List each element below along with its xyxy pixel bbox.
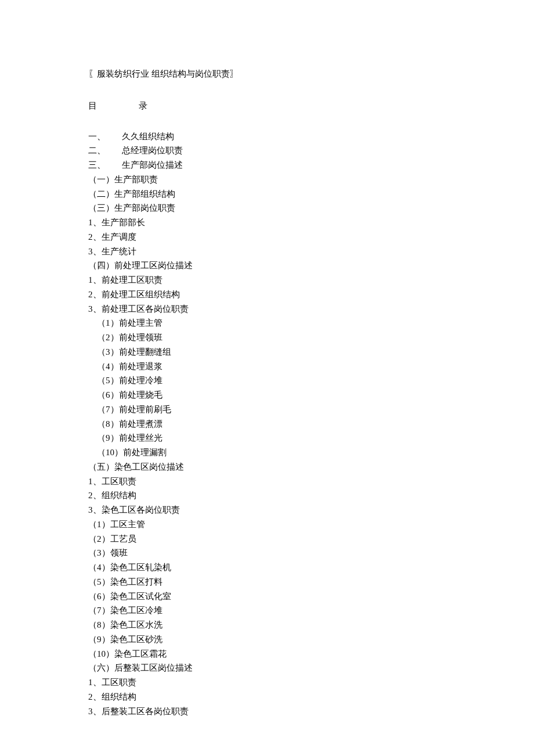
toc-item: 二、总经理岗位职责 bbox=[88, 143, 534, 158]
toc-item-label: 总经理岗位职责 bbox=[122, 146, 183, 155]
toc-list: 一、久久组织结构二、总经理岗位职责三、生产部岗位描述（一）生产部职责（二）生产部… bbox=[88, 129, 534, 719]
document-title: 〖服装纺织行业 组织结构与岗位职责〗 bbox=[88, 67, 534, 81]
toc-item: （六）后整装工区岗位描述 bbox=[88, 661, 534, 675]
toc-item: （五）染色工区岗位描述 bbox=[88, 460, 534, 474]
toc-heading: 目 录 bbox=[88, 99, 534, 113]
toc-item: 3、前处理工区各岗位职责 bbox=[88, 302, 534, 316]
toc-item: 2、生产调度 bbox=[88, 230, 534, 244]
toc-item: （1）前处理主管 bbox=[88, 316, 534, 330]
toc-heading-mu: 目 bbox=[88, 99, 97, 113]
toc-heading-lu: 录 bbox=[139, 99, 147, 113]
toc-item: （三）生产部岗位职责 bbox=[88, 201, 534, 215]
toc-item: （3）前处理翻缝组 bbox=[88, 345, 534, 359]
toc-item: （4）染色工区轧染机 bbox=[88, 560, 534, 575]
toc-item: 1、工区职责 bbox=[88, 474, 534, 489]
toc-item: （8）染色工区水洗 bbox=[88, 618, 534, 632]
toc-item: 1、工区职责 bbox=[88, 675, 534, 690]
toc-item: 一、久久组织结构 bbox=[88, 129, 534, 144]
toc-item: （10）前处理漏割 bbox=[88, 445, 534, 460]
toc-item-number: 三、 bbox=[88, 158, 106, 172]
toc-item: （7）染色工区冷堆 bbox=[88, 603, 534, 618]
toc-item: 3、后整装工区各岗位职责 bbox=[88, 704, 534, 719]
toc-item: （10）染色工区霜花 bbox=[88, 647, 534, 661]
toc-item-label: 久久组织结构 bbox=[122, 132, 174, 141]
toc-item: （6）染色工区试化室 bbox=[88, 589, 534, 604]
toc-item: 3、染色工区各岗位职责 bbox=[88, 503, 534, 517]
toc-item: 三、生产部岗位描述 bbox=[88, 158, 534, 172]
toc-item: （2）工艺员 bbox=[88, 532, 534, 546]
toc-item: 1、前处理工区职责 bbox=[88, 273, 534, 287]
toc-item-number: 一、 bbox=[88, 129, 106, 144]
toc-item: （4）前处理退浆 bbox=[88, 359, 534, 374]
toc-item: （5）染色工区打料 bbox=[88, 575, 534, 589]
toc-item: （二）生产部组织结构 bbox=[88, 187, 534, 201]
toc-item-number: 二、 bbox=[88, 143, 106, 158]
toc-item: 1、生产部部长 bbox=[88, 215, 534, 230]
toc-item-label: 生产部岗位描述 bbox=[122, 160, 183, 170]
toc-item: （9）染色工区砂洗 bbox=[88, 632, 534, 647]
toc-item: （8）前处理煮漂 bbox=[88, 417, 534, 431]
toc-item: 3、生产统计 bbox=[88, 244, 534, 259]
toc-item: 2、组织结构 bbox=[88, 488, 534, 503]
toc-item: （一）生产部职责 bbox=[88, 172, 534, 187]
toc-item: （5）前处理冷堆 bbox=[88, 373, 534, 388]
toc-item: （四）前处理工区岗位描述 bbox=[88, 258, 534, 273]
toc-item: 2、前处理工区组织结构 bbox=[88, 287, 534, 302]
toc-item: （9）前处理丝光 bbox=[88, 431, 534, 445]
toc-item: （6）前处理烧毛 bbox=[88, 388, 534, 402]
toc-item: （1）工区主管 bbox=[88, 517, 534, 532]
toc-item: （2）前处理领班 bbox=[88, 330, 534, 345]
toc-item: （3）领班 bbox=[88, 546, 534, 560]
toc-item: 2、组织结构 bbox=[88, 690, 534, 704]
toc-item: （7）前处理前刷毛 bbox=[88, 402, 534, 417]
